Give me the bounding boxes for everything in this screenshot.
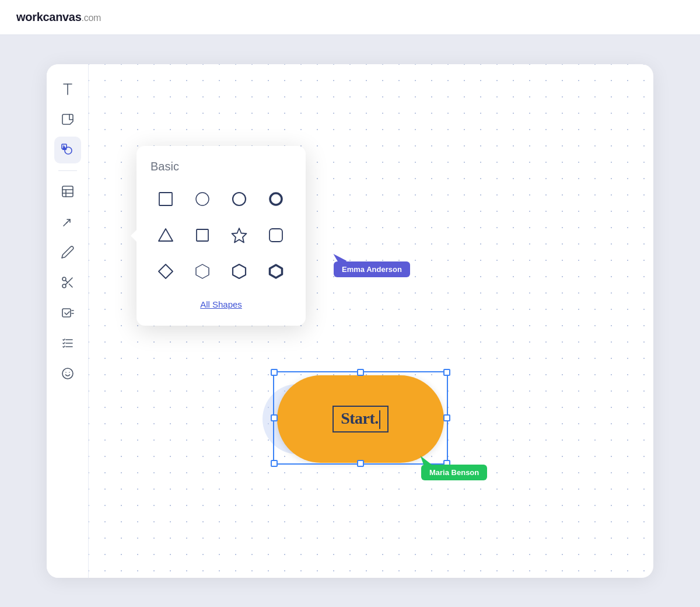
hexagon-thin-icon: [193, 262, 212, 281]
checkbox-tool[interactable]: [54, 299, 81, 326]
svg-marker-30: [233, 264, 246, 278]
hexagon-medium-icon: [230, 262, 249, 281]
handle-bl[interactable]: [271, 460, 278, 467]
svg-rect-4: [62, 186, 73, 197]
handle-mr[interactable]: [443, 414, 450, 421]
svg-rect-26: [197, 229, 208, 241]
emma-cursor-label: Emma Anderson: [334, 261, 410, 277]
svg-point-19: [62, 368, 73, 379]
shapes-tool[interactable]: [54, 137, 81, 163]
svg-marker-31: [270, 265, 282, 278]
sticky-note-icon: [61, 113, 75, 127]
shape-hexagon-thick[interactable]: [261, 256, 291, 287]
square-icon: [156, 190, 175, 208]
svg-rect-22: [159, 193, 172, 205]
shape-triangle[interactable]: [150, 220, 181, 250]
svg-point-20: [65, 372, 66, 373]
shape-hexagon-thin[interactable]: [187, 256, 218, 287]
start-shape[interactable]: Start.: [277, 375, 444, 463]
start-shape-text: Start.: [332, 406, 388, 433]
tasks-icon: [61, 336, 75, 350]
triangle-icon: [156, 226, 175, 245]
cut-tool[interactable]: [54, 269, 81, 296]
shape-square-rounded[interactable]: [261, 220, 291, 250]
canvas-container: Basic: [47, 64, 653, 578]
pen-icon: [61, 245, 75, 259]
table-icon: [61, 184, 75, 198]
logo: workcanvas.com: [16, 11, 101, 24]
hexagon-thick-icon: [267, 262, 285, 281]
main-area: Basic: [0, 35, 700, 607]
handle-tr[interactable]: [443, 369, 450, 376]
emma-cursor: Emma Anderson: [334, 251, 410, 277]
svg-line-11: [69, 284, 72, 287]
shape-square[interactable]: [150, 184, 181, 214]
svg-rect-13: [62, 309, 71, 317]
shapes-popup: Basic: [136, 146, 306, 326]
sidebar-divider-1: [58, 170, 77, 171]
svg-point-2: [65, 147, 72, 154]
maria-cursor: Maria Benson: [421, 454, 487, 480]
shape-square-small[interactable]: [187, 220, 218, 250]
canvas-area[interactable]: Basic: [89, 64, 653, 578]
maria-cursor-label: Maria Benson: [421, 465, 487, 480]
pen-tool[interactable]: [54, 239, 81, 266]
logo-canvas: canvas: [43, 11, 81, 23]
table-tool[interactable]: [54, 178, 81, 205]
sidebar: [47, 64, 89, 578]
svg-point-25: [270, 193, 282, 205]
logo-dotcom: .com: [82, 13, 101, 23]
shape-circle-medium[interactable]: [224, 184, 254, 214]
popup-title: Basic: [150, 160, 292, 173]
shape-circle-thick[interactable]: [261, 184, 291, 214]
svg-marker-29: [196, 264, 209, 278]
svg-point-21: [69, 372, 70, 373]
svg-rect-28: [270, 229, 282, 242]
shape-diamond[interactable]: [150, 256, 181, 287]
emoji-icon: [61, 367, 75, 381]
shape-star[interactable]: [224, 220, 254, 250]
diamond-icon: [156, 262, 175, 281]
svg-marker-27: [232, 228, 247, 243]
svg-line-12: [65, 280, 68, 282]
shapes-icon: [61, 143, 75, 157]
square-small-icon: [193, 226, 212, 245]
emoji-tool[interactable]: [54, 360, 81, 387]
cut-icon: [61, 275, 75, 289]
header: workcanvas.com: [0, 0, 700, 35]
connector-icon: [61, 215, 75, 229]
circle-thin-icon: [193, 190, 212, 208]
star-icon: [230, 226, 249, 245]
connector-tool[interactable]: [54, 208, 81, 235]
circle-thick-icon: [267, 190, 285, 208]
all-shapes-link[interactable]: All Shapes: [150, 297, 292, 312]
logo-work: work: [16, 11, 43, 23]
circle-medium-icon: [230, 190, 249, 208]
svg-point-24: [233, 193, 246, 205]
text-icon: [61, 82, 75, 96]
shape-circle-thin[interactable]: [187, 184, 218, 214]
square-rounded-icon: [267, 226, 285, 245]
tasks-tool[interactable]: [54, 330, 81, 357]
checkbox-icon: [61, 306, 75, 320]
svg-point-23: [196, 193, 209, 205]
shapes-grid: [150, 184, 292, 287]
handle-tl[interactable]: [271, 369, 278, 376]
shape-hexagon-medium[interactable]: [224, 256, 254, 287]
sticky-note-tool[interactable]: [54, 106, 81, 133]
text-tool[interactable]: [54, 76, 81, 103]
